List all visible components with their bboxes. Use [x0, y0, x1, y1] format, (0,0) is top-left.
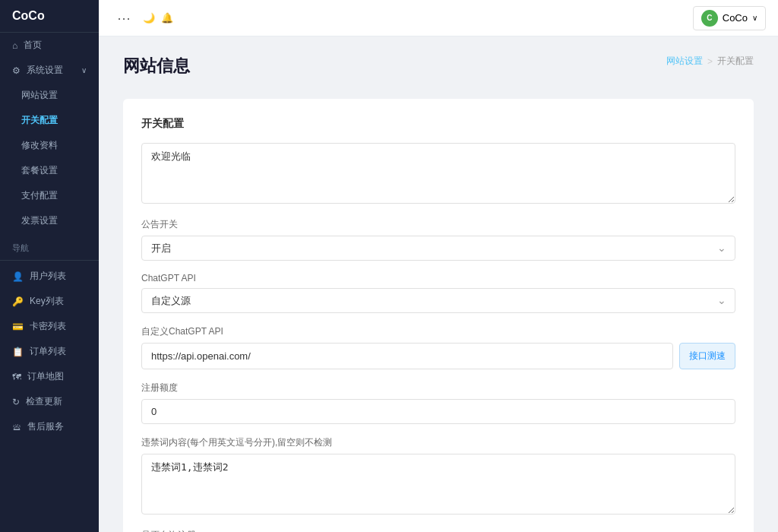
sidebar-group-settings-header[interactable]: ⚙ 系统设置 ∨ [0, 58, 99, 83]
payment-label: 支付配置 [21, 189, 58, 202]
chatgpt-api-group: ChatGPT API 默认 自定义源 [141, 273, 735, 313]
sidebar-item-payment[interactable]: 支付配置 [0, 183, 99, 208]
custom-api-group: 自定义ChatGPT API 接口测速 [141, 325, 735, 369]
custom-api-label: 自定义ChatGPT API [141, 325, 735, 338]
users-label: 用户列表 [30, 270, 66, 283]
banned-words-group: 违禁词内容(每个用英文逗号分开),留空则不检测 违禁词1,违禁词2 [141, 436, 735, 517]
announcement-group: 公告开关 开启 关闭 [141, 218, 735, 261]
register-quota-input[interactable] [141, 399, 735, 424]
announcement-select-wrap: 开启 关闭 [141, 236, 735, 261]
avatar: C [701, 10, 718, 27]
settings-group-label: 系统设置 [27, 64, 63, 77]
nav-divider [0, 260, 99, 261]
orders-label: 订单列表 [30, 345, 66, 358]
sidebar-item-label: 首页 [24, 39, 42, 52]
chatgpt-api-select-wrap: 默认 自定义源 [141, 288, 735, 313]
after-sales-label: 售后服务 [27, 420, 64, 433]
sidebar-item-keys[interactable]: 🔑 Key列表 [0, 289, 99, 314]
sidebar-group-settings: ⚙ 系统设置 ∨ 网站设置 开关配置 修改资料 套餐设置 支付配置 发票设置 [0, 58, 99, 233]
top-bar-left: ⋯ 🌙 🔔 [111, 7, 173, 30]
after-sales-icon: 🛎 [12, 422, 21, 432]
breadcrumb-separator: > [707, 56, 713, 67]
check-update-label: 检查更新 [26, 395, 62, 408]
allow-register-label: 是否允许注册 [141, 529, 735, 532]
maintenance-notice-group: 欢迎光临 [141, 143, 735, 206]
breadcrumb-current: 开关配置 [717, 55, 754, 68]
custom-api-input-group: 接口测速 [141, 343, 735, 369]
settings-icon: ⚙ [12, 65, 21, 76]
sidebar-item-order-map[interactable]: 🗺 订单地图 [0, 364, 99, 389]
page-title: 网站信息 [123, 55, 190, 78]
home-icon: ⌂ [12, 40, 17, 51]
order-icon: 📋 [12, 347, 24, 357]
sidebar-item-check-update[interactable]: ↻ 检查更新 [0, 389, 99, 414]
content-area: 网站信息 网站设置 > 开关配置 开关配置 欢迎光临 公告开关 开启 关闭 [99, 36, 778, 532]
breadcrumb: 网站设置 > 开关配置 [666, 55, 754, 68]
card-title: 开关配置 [141, 117, 735, 131]
sidebar-item-after-sales[interactable]: 🛎 售后服务 [0, 414, 99, 439]
top-bar-right: C CoCo ∨ [693, 6, 766, 30]
website-label: 网站设置 [21, 89, 58, 102]
users-icon: 👤 [12, 271, 24, 282]
invoice-label: 发票设置 [21, 214, 58, 227]
switch-config-card: 开关配置 欢迎光临 公告开关 开启 关闭 ChatGPT API [123, 99, 754, 532]
chevron-down-icon: ∨ [81, 66, 87, 74]
sidebar-item-website[interactable]: 网站设置 [0, 83, 99, 108]
nav-section-label: 导航 [0, 233, 99, 257]
announcement-select[interactable]: 开启 关闭 [141, 236, 735, 261]
update-icon: ↻ [12, 397, 20, 407]
dots-button[interactable]: ⋯ [111, 7, 137, 30]
logo-text: CoCo [12, 9, 45, 23]
map-icon: 🗺 [12, 372, 21, 382]
banned-words-label: 违禁词内容(每个用英文逗号分开),留空则不检测 [141, 436, 735, 449]
chatgpt-api-select[interactable]: 默认 自定义源 [141, 288, 735, 313]
sidebar-item-home[interactable]: ⌂ 首页 [0, 33, 99, 58]
top-bar: ⋯ 🌙 🔔 C CoCo ∨ [99, 0, 778, 36]
register-quota-label: 注册额度 [141, 382, 735, 394]
cards-label: 卡密列表 [30, 320, 66, 333]
switch-label: 开关配置 [21, 114, 58, 127]
chatgpt-api-label: ChatGPT API [141, 273, 735, 283]
sidebar-item-users[interactable]: 👤 用户列表 [0, 264, 99, 289]
breadcrumb-parent[interactable]: 网站设置 [666, 55, 703, 68]
maintenance-notice-input[interactable]: 欢迎光临 [141, 143, 735, 204]
sidebar-item-orders[interactable]: 📋 订单列表 [0, 339, 99, 364]
sidebar-item-cards[interactable]: 💳 卡密列表 [0, 314, 99, 339]
bell-icon[interactable]: 🔔 [161, 12, 173, 24]
chevron-icon: ∨ [752, 14, 757, 22]
allow-register-group: 是否允许注册 开启 关闭 [141, 529, 735, 532]
sidebar-item-profile[interactable]: 修改资料 [0, 133, 99, 158]
test-api-button[interactable]: 接口测速 [679, 343, 735, 369]
main-area: ⋯ 🌙 🔔 C CoCo ∨ 网站信息 网站设置 > 开关配置 开关配置 [99, 0, 778, 532]
card-icon: 💳 [12, 321, 24, 332]
custom-api-input[interactable] [141, 343, 673, 369]
keys-label: Key列表 [30, 295, 64, 308]
sidebar-item-invoice[interactable]: 发票设置 [0, 208, 99, 233]
sidebar-item-package[interactable]: 套餐设置 [0, 158, 99, 183]
sidebar: CoCo ⌂ 首页 ⚙ 系统设置 ∨ 网站设置 开关配置 修改资料 套餐设置 支… [0, 0, 99, 532]
key-icon: 🔑 [12, 296, 24, 307]
register-quota-group: 注册额度 [141, 382, 735, 424]
moon-icon[interactable]: 🌙 [143, 12, 155, 24]
order-map-label: 订单地图 [27, 370, 64, 383]
sidebar-item-switch[interactable]: 开关配置 [0, 108, 99, 133]
user-label: CoCo [723, 12, 748, 24]
profile-label: 修改资料 [21, 139, 58, 152]
banned-words-input[interactable]: 违禁词1,违禁词2 [141, 454, 735, 515]
package-label: 套餐设置 [21, 164, 58, 177]
page-header: 网站信息 网站设置 > 开关配置 [123, 55, 754, 84]
logo: CoCo [0, 0, 99, 33]
announcement-label: 公告开关 [141, 218, 735, 231]
user-menu-button[interactable]: C CoCo ∨ [693, 6, 766, 30]
